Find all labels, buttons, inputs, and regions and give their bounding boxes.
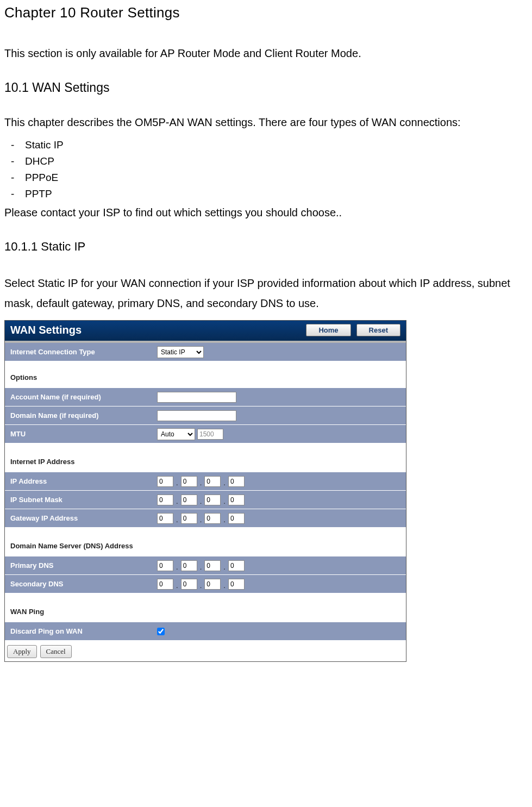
gateway-row: Gateway IP Address . . . [5,509,406,528]
text: AP Router Mode [160,47,241,59]
dot-separator: . [223,497,226,505]
text: This section is only available for [4,47,160,59]
static-ip-description: Select Static IP for your WAN connection… [4,273,528,314]
dns-section-title: Domain Name Server (DNS) Address [5,528,406,556]
account-name-row: Account Name (if required) [5,388,406,406]
list-item: PPTP [4,186,528,202]
secondary-dns-row: Secondary DNS . . . [5,575,406,593]
gateway-octet-3[interactable] [204,513,221,524]
connection-type-label: Internet Connection Type [10,348,157,356]
dot-separator: . [199,497,203,505]
dot-separator: . [223,479,226,487]
mtu-row: MTU Auto [5,425,406,443]
discard-ping-checkbox[interactable] [157,628,165,635]
pdns-octet-2[interactable] [181,560,197,571]
ip-octet-3[interactable] [204,476,221,487]
gateway-label: Gateway IP Address [10,514,157,522]
pdns-octet-1[interactable] [157,560,173,571]
wan-description: This chapter describes the OM5P-AN WAN s… [4,115,528,130]
internet-ip-section-title: Internet IP Address [5,443,406,472]
sdns-octet-3[interactable] [204,579,221,590]
dot-separator: . [176,497,179,505]
connection-type-list: Static IP DHCP PPPoE PPTP [4,137,528,202]
ip-octet-2[interactable] [181,476,197,487]
dot-separator: . [199,516,203,524]
home-button[interactable]: Home [306,324,351,336]
subsection-title-static-ip: 10.1.1 Static IP [4,240,528,254]
dot-separator: . [176,581,179,590]
dot-separator: . [223,563,226,571]
sdns-octet-4[interactable] [228,579,245,590]
apply-button[interactable]: Apply [7,645,37,658]
mtu-mode-select[interactable]: Auto [157,428,195,440]
discard-ping-label: Discard Ping on WAN [10,627,157,635]
options-section-title: Options [5,361,406,388]
sdns-octet-1[interactable] [157,579,173,590]
list-item: DHCP [4,153,528,170]
cancel-button[interactable]: Cancel [40,645,72,658]
text: and C [240,47,272,59]
subnet-octet-2[interactable] [181,495,197,505]
panel-header: WAN Settings Home Reset [5,321,406,341]
section-title-wan-settings: 10.1 WAN Settings [4,80,528,95]
gateway-octet-1[interactable] [157,513,173,524]
contact-isp-note: Please contact your ISP to find out whic… [4,207,528,219]
account-name-label: Account Name (if required) [10,393,157,401]
wan-ping-section-title: WAN Ping [5,593,406,622]
list-item: PPPoE [4,170,528,186]
secondary-dns-label: Secondary DNS [10,580,157,588]
mtu-label: MTU [10,430,157,438]
panel-title: WAN Settings [10,324,82,336]
domain-name-row: Domain Name (if required) [5,406,406,425]
domain-name-input[interactable] [157,410,236,421]
text: . [358,47,361,59]
primary-dns-row: Primary DNS . . . [5,556,406,575]
dot-separator: . [176,516,179,524]
subnet-mask-row: IP Subnet Mask . . . [5,491,406,509]
primary-dns-label: Primary DNS [10,561,157,570]
chapter-title: Chapter 10 Router Settings [4,4,528,21]
sdns-octet-2[interactable] [181,579,197,590]
ip-octet-4[interactable] [228,476,245,487]
reset-button[interactable]: Reset [356,324,400,336]
list-item: Static IP [4,137,528,153]
subnet-octet-3[interactable] [204,495,221,505]
mtu-value-input[interactable] [197,429,223,440]
ip-address-label: IP Address [10,477,157,485]
ip-octet-1[interactable] [157,476,173,487]
ip-address-row: IP Address . . . [5,472,406,491]
dot-separator: . [199,479,203,487]
dot-separator: . [223,581,226,590]
gateway-octet-4[interactable] [228,513,245,524]
footer-buttons: Apply Cancel [5,641,406,661]
subnet-mask-label: IP Subnet Mask [10,496,157,504]
discard-ping-row: Discard Ping on WAN [5,622,406,641]
text: lient Router Mode [272,47,358,59]
connection-type-select[interactable]: Static IP [157,346,204,358]
dot-separator: . [199,563,203,571]
dot-separator: . [199,581,203,590]
connection-type-row: Internet Connection Type Static IP [5,343,406,361]
pdns-octet-4[interactable] [228,560,245,571]
dot-separator: . [223,516,226,524]
wan-settings-panel: WAN Settings Home Reset Internet Connect… [4,320,406,662]
dot-separator: . [176,563,179,571]
account-name-input[interactable] [157,392,236,403]
gateway-octet-2[interactable] [181,513,197,524]
domain-name-label: Domain Name (if required) [10,411,157,420]
intro-paragraph: This section is only available for AP Ro… [4,47,528,60]
subnet-octet-4[interactable] [228,495,245,505]
subnet-octet-1[interactable] [157,495,173,505]
dot-separator: . [176,479,179,487]
pdns-octet-3[interactable] [204,560,221,571]
